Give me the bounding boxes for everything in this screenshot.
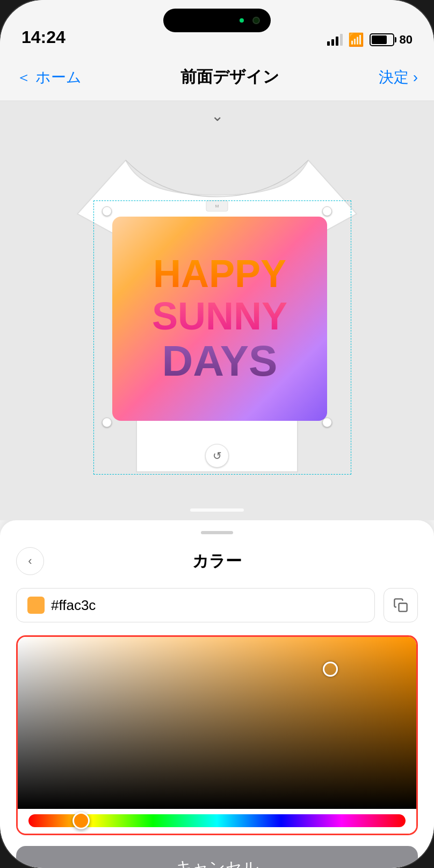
tshirt-preview-area: ⌄ M HAPPY SUNNY	[0, 101, 434, 520]
handle-top-right[interactable]	[322, 206, 332, 216]
hue-slider[interactable]	[28, 814, 406, 827]
chevron-down-icon[interactable]: ⌄	[204, 107, 230, 124]
handle-bottom-left[interactable]	[102, 418, 112, 427]
tshirt-container: M HAPPY SUNNY DAYS ↺	[34, 117, 400, 504]
design-element[interactable]: HAPPY SUNNY DAYS	[112, 217, 327, 421]
battery-icon	[370, 33, 394, 46]
design-line3: DAYS	[162, 338, 278, 385]
handle-top-left[interactable]	[102, 206, 112, 216]
color-panel-back-button[interactable]: ‹	[16, 547, 44, 575]
green-dot	[240, 18, 244, 23]
design-line1: HAPPY	[153, 253, 286, 295]
phone-frame: 14:24 📶 80 ＜ ホーム	[0, 0, 434, 868]
color-picker-cursor	[323, 662, 338, 677]
svg-rect-2	[399, 604, 407, 612]
copy-icon	[393, 598, 408, 613]
cancel-label: キャンセル	[176, 857, 259, 869]
back-label: ＜ ホーム	[16, 67, 82, 88]
hex-value: #ffac3c	[51, 597, 96, 614]
color-swatch	[27, 597, 45, 614]
phone-screen: 14:24 📶 80 ＜ ホーム	[0, 0, 434, 868]
hue-slider-container	[18, 809, 416, 834]
back-button[interactable]: ＜ ホーム	[16, 67, 82, 88]
color-hex-input[interactable]: #ffac3c	[16, 588, 375, 622]
design-line2: SUNNY	[152, 295, 287, 338]
hue-thumb	[73, 812, 90, 829]
status-icons: 📶 80	[327, 32, 413, 47]
camera-dot	[252, 17, 260, 24]
wifi-icon: 📶	[348, 32, 364, 47]
handle-bottom-right[interactable]	[322, 418, 332, 427]
color-picker-container[interactable]	[16, 635, 418, 835]
rotate-handle[interactable]: ↺	[205, 444, 229, 468]
panel-handle	[201, 531, 233, 534]
battery-label: 80	[400, 33, 413, 47]
dynamic-island	[163, 9, 271, 32]
color-input-row: #ffac3c	[16, 588, 418, 622]
confirm-button[interactable]: 決定 ›	[379, 67, 418, 88]
cancel-button[interactable]: キャンセル	[16, 846, 418, 868]
color-panel-title: カラー	[192, 550, 242, 572]
nav-bar: ＜ ホーム 前面デザイン 決定 ›	[0, 54, 434, 101]
color-picker-gradient[interactable]	[18, 637, 416, 809]
design-text: HAPPY SUNNY DAYS	[112, 217, 327, 421]
copy-button[interactable]	[384, 588, 418, 622]
status-time: 14:24	[21, 27, 66, 47]
scroll-indicator	[190, 508, 244, 512]
bottom-panel: ‹ カラー #ffac3c	[0, 520, 434, 868]
signal-icon	[327, 34, 343, 46]
page-title: 前面デザイン	[180, 66, 279, 88]
color-panel-header: ‹ カラー	[16, 547, 418, 575]
svg-text:M: M	[215, 204, 219, 209]
